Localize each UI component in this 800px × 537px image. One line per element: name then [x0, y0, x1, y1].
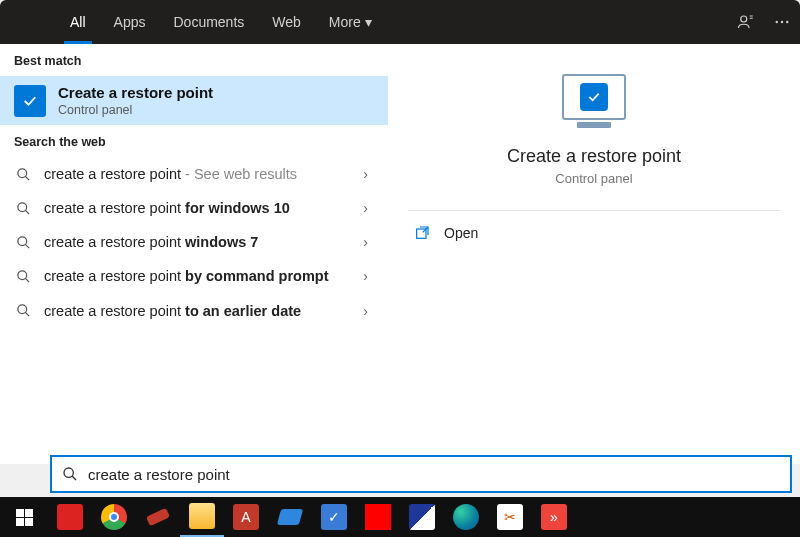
- scope-tab-label: All: [70, 14, 86, 30]
- scope-tab-all[interactable]: All: [56, 0, 100, 44]
- chevron-down-icon: ▾: [365, 14, 372, 30]
- scope-tab-more[interactable]: More ▾: [315, 0, 386, 44]
- svg-point-0: [741, 16, 747, 22]
- app-icon: [365, 504, 391, 530]
- results-panel: Best match Create a restore point Contro…: [0, 44, 800, 464]
- search-icon: [14, 201, 32, 216]
- svg-point-10: [17, 271, 26, 280]
- scope-tab-label: More: [329, 14, 361, 30]
- chevron-right-icon[interactable]: ›: [357, 166, 374, 182]
- svg-line-11: [25, 278, 29, 282]
- taskbar-app-todo[interactable]: ✓: [312, 497, 356, 537]
- best-match-result[interactable]: Create a restore point Control panel: [0, 76, 388, 125]
- web-result[interactable]: create a restore point by command prompt…: [0, 259, 388, 293]
- svg-point-15: [64, 468, 73, 477]
- preview-header: Create a restore point Control panel: [388, 44, 800, 210]
- preview-subtitle: Control panel: [555, 171, 632, 186]
- open-label: Open: [444, 225, 478, 241]
- preview-title: Create a restore point: [507, 146, 681, 167]
- folder-icon: [189, 503, 215, 529]
- search-icon: [14, 167, 32, 182]
- taskbar-app-huawei[interactable]: [48, 497, 92, 537]
- web-result[interactable]: create a restore point to an earlier dat…: [0, 294, 388, 328]
- taskbar: A ✓ ✂ »: [0, 497, 800, 537]
- web-result-text: create a restore point - See web results: [44, 165, 345, 183]
- more-options-icon[interactable]: [764, 0, 800, 44]
- results-left: Best match Create a restore point Contro…: [0, 44, 388, 464]
- taskbar-app-anydesk[interactable]: »: [532, 497, 576, 537]
- web-result[interactable]: create a restore point - See web results…: [0, 157, 388, 191]
- open-icon: [414, 225, 430, 241]
- app-icon: [277, 509, 303, 525]
- web-result-text: create a restore point by command prompt: [44, 267, 345, 285]
- app-icon: »: [541, 504, 567, 530]
- shield-icon: [14, 85, 46, 117]
- svg-line-16: [72, 476, 76, 480]
- best-match-subtitle: Control panel: [58, 103, 213, 117]
- search-icon: [14, 269, 32, 284]
- search-input[interactable]: [88, 466, 780, 483]
- edge-icon: [453, 504, 479, 530]
- preview-pane: Create a restore point Control panel Ope…: [388, 44, 800, 464]
- scope-tab-label: Web: [272, 14, 301, 30]
- web-result[interactable]: create a restore point windows 7 ›: [0, 225, 388, 259]
- search-icon: [14, 303, 32, 318]
- monitor-icon: [562, 74, 626, 120]
- search-scope-header: All Apps Documents Web More ▾: [0, 0, 800, 44]
- scope-tab-label: Documents: [173, 14, 244, 30]
- svg-point-8: [17, 237, 26, 246]
- scope-tab-documents[interactable]: Documents: [159, 0, 258, 44]
- taskbar-app-blue[interactable]: [268, 497, 312, 537]
- best-match-heading: Best match: [0, 44, 388, 76]
- taskbar-app-edge[interactable]: [444, 497, 488, 537]
- taskbar-app-red[interactable]: [356, 497, 400, 537]
- taskbar-app-usb[interactable]: [136, 497, 180, 537]
- svg-point-6: [17, 203, 26, 212]
- svg-point-4: [17, 168, 26, 177]
- chrome-icon: [101, 504, 127, 530]
- open-action[interactable]: Open: [388, 211, 800, 255]
- app-icon: ✂: [497, 504, 523, 530]
- search-box[interactable]: [50, 455, 792, 493]
- start-button[interactable]: [0, 497, 48, 537]
- search-icon: [14, 235, 32, 250]
- taskbar-app-diag[interactable]: [400, 497, 444, 537]
- app-icon: [57, 504, 83, 530]
- windows-logo-icon: [16, 509, 33, 526]
- svg-line-5: [25, 176, 29, 180]
- taskbar-app-chrome[interactable]: [92, 497, 136, 537]
- chevron-right-icon[interactable]: ›: [357, 234, 374, 250]
- search-web-heading: Search the web: [0, 125, 388, 157]
- web-result-text: create a restore point to an earlier dat…: [44, 302, 345, 320]
- svg-line-13: [25, 312, 29, 316]
- svg-point-3: [786, 21, 788, 23]
- chevron-right-icon[interactable]: ›: [357, 268, 374, 284]
- chevron-right-icon[interactable]: ›: [357, 200, 374, 216]
- feedback-icon[interactable]: [728, 0, 764, 44]
- chevron-right-icon[interactable]: ›: [357, 303, 374, 319]
- scope-tab-web[interactable]: Web: [258, 0, 315, 44]
- taskbar-app-snip[interactable]: ✂: [488, 497, 532, 537]
- app-icon: [409, 504, 435, 530]
- best-match-title: Create a restore point: [58, 84, 213, 101]
- web-result[interactable]: create a restore point for windows 10 ›: [0, 191, 388, 225]
- app-icon: A: [233, 504, 259, 530]
- app-icon: [146, 508, 170, 526]
- taskbar-app-explorer[interactable]: [180, 497, 224, 537]
- app-icon: ✓: [321, 504, 347, 530]
- web-result-text: create a restore point for windows 10: [44, 199, 345, 217]
- svg-point-2: [781, 21, 783, 23]
- svg-line-7: [25, 210, 29, 214]
- svg-point-1: [776, 21, 778, 23]
- scope-tab-apps[interactable]: Apps: [100, 0, 160, 44]
- search-icon: [62, 466, 78, 482]
- taskbar-app-pdf[interactable]: A: [224, 497, 268, 537]
- svg-line-9: [25, 244, 29, 248]
- scope-tab-label: Apps: [114, 14, 146, 30]
- shield-check-icon: [580, 83, 608, 111]
- web-result-text: create a restore point windows 7: [44, 233, 345, 251]
- svg-point-12: [17, 305, 26, 314]
- best-match-text: Create a restore point Control panel: [58, 84, 213, 117]
